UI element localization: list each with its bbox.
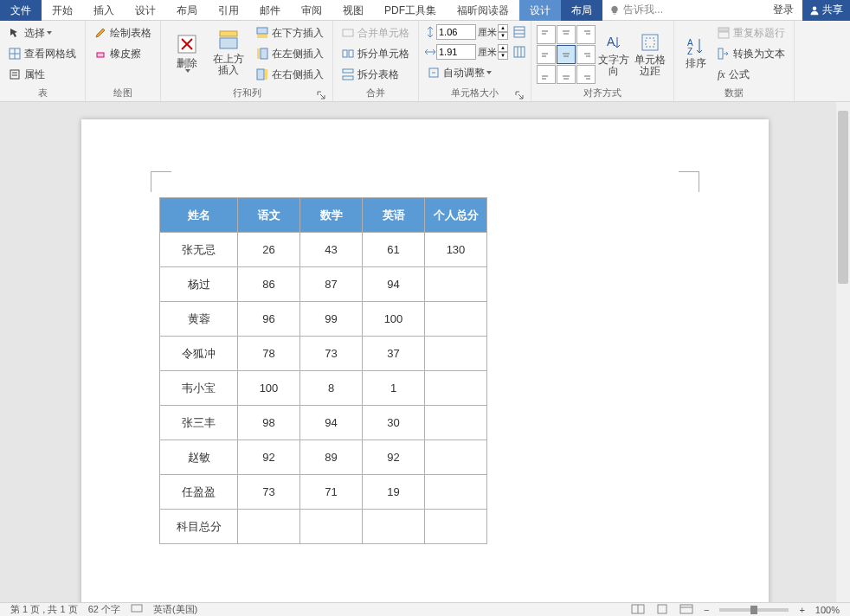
align-tc[interactable]: [557, 25, 576, 44]
document-area[interactable]: 姓名语文数学英语个人总分张无忌264361130杨过868794黄蓉969910…: [0, 102, 850, 602]
tab-table-design[interactable]: 设计: [519, 0, 561, 21]
table-row[interactable]: 杨过868794: [160, 267, 487, 302]
table-header[interactable]: 语文: [238, 198, 300, 233]
table-cell[interactable]: 130: [425, 233, 487, 267]
text-direction-button[interactable]: A 文字方向: [596, 26, 632, 83]
vertical-scrollbar[interactable]: [836, 102, 850, 602]
insert-left-button[interactable]: 在左侧插入: [253, 44, 327, 63]
align-tl[interactable]: [537, 25, 556, 44]
share-button[interactable]: 共享: [802, 0, 850, 21]
table-cell[interactable]: 92: [238, 440, 300, 475]
table-row[interactable]: 张三丰989430: [160, 406, 487, 440]
select-button[interactable]: 选择: [5, 23, 80, 42]
view-print[interactable]: [650, 604, 674, 616]
row-name[interactable]: 赵敏: [160, 440, 238, 475]
tab-file[interactable]: 文件: [0, 0, 42, 21]
zoom-slider[interactable]: [719, 608, 789, 612]
status-language[interactable]: 英语(美国): [148, 603, 203, 616]
table-cell[interactable]: 30: [363, 406, 425, 440]
insert-below-button[interactable]: 在下方插入: [253, 23, 327, 42]
table-cell[interactable]: 78: [238, 337, 300, 371]
table-cell[interactable]: 19: [363, 475, 425, 510]
align-tr[interactable]: [576, 25, 596, 44]
status-words[interactable]: 62 个字: [83, 603, 126, 616]
tab-design[interactable]: 设计: [125, 0, 166, 21]
tab-view[interactable]: 视图: [332, 0, 374, 21]
row-name[interactable]: 张无忌: [160, 233, 238, 267]
eraser-button[interactable]: 橡皮擦: [91, 44, 155, 63]
table-cell[interactable]: [425, 475, 487, 510]
zoom-level[interactable]: 100%: [810, 605, 845, 615]
table-cell[interactable]: 1: [363, 371, 425, 406]
table-row[interactable]: 黄蓉9699100: [160, 302, 487, 337]
data-table[interactable]: 姓名语文数学英语个人总分张无忌264361130杨过868794黄蓉969910…: [159, 197, 487, 544]
tab-insert[interactable]: 插入: [83, 0, 125, 21]
tab-table-layout[interactable]: 布局: [561, 0, 602, 21]
align-bc[interactable]: [557, 65, 576, 84]
view-gridlines-button[interactable]: 查看网格线: [5, 44, 80, 63]
row-name[interactable]: 张三丰: [160, 406, 238, 440]
view-read[interactable]: [626, 604, 650, 616]
table-row[interactable]: 科目总分: [160, 510, 487, 544]
formula-button[interactable]: fx公式: [714, 65, 789, 84]
table-cell[interactable]: 98: [238, 406, 300, 440]
table-cell[interactable]: [425, 406, 487, 440]
tab-home[interactable]: 开始: [42, 0, 83, 21]
table-cell[interactable]: 43: [300, 233, 363, 267]
table-cell[interactable]: 37: [363, 337, 425, 371]
align-bl[interactable]: [537, 65, 556, 84]
view-web[interactable]: [674, 604, 699, 616]
row-name[interactable]: 令狐冲: [160, 337, 238, 371]
table-cell[interactable]: [425, 510, 487, 544]
insert-right-button[interactable]: 在右侧插入: [253, 65, 327, 84]
table-header[interactable]: 个人总分: [425, 198, 487, 233]
login-button[interactable]: 登录: [764, 3, 802, 17]
table-cell[interactable]: [425, 440, 487, 475]
table-header[interactable]: 姓名: [160, 198, 238, 233]
draw-table-button[interactable]: 绘制表格: [91, 23, 155, 42]
table-cell[interactable]: 73: [300, 337, 363, 371]
convert-text-button[interactable]: 转换为文本: [714, 44, 789, 63]
scrollbar-thumb[interactable]: [838, 111, 848, 284]
row-height-input[interactable]: 厘米▲▼: [436, 23, 508, 41]
table-row[interactable]: 韦小宝10081: [160, 371, 487, 406]
distribute-cols-icon[interactable]: [513, 46, 525, 58]
table-cell[interactable]: 86: [238, 267, 300, 302]
tab-references[interactable]: 引用: [208, 0, 249, 21]
repeat-header-button[interactable]: 重复标题行: [714, 23, 789, 42]
table-header[interactable]: 英语: [363, 198, 425, 233]
tab-mailings[interactable]: 邮件: [249, 0, 291, 21]
zoom-out[interactable]: −: [699, 605, 714, 615]
table-cell[interactable]: [425, 371, 487, 406]
dialog-launcher-icon[interactable]: [317, 91, 325, 99]
delete-button[interactable]: 删除: [166, 23, 208, 80]
table-row[interactable]: 令狐冲787337: [160, 337, 487, 371]
status-spellcheck[interactable]: [126, 604, 148, 616]
table-cell[interactable]: 96: [238, 302, 300, 337]
tab-foxit[interactable]: 福昕阅读器: [447, 0, 519, 21]
cell-margins-button[interactable]: 单元格边距: [632, 26, 668, 83]
row-name[interactable]: 杨过: [160, 267, 238, 302]
table-cell[interactable]: 89: [300, 440, 363, 475]
properties-button[interactable]: 属性: [5, 65, 80, 84]
tab-review[interactable]: 审阅: [291, 0, 332, 21]
table-cell[interactable]: 87: [300, 267, 363, 302]
table-cell[interactable]: 92: [363, 440, 425, 475]
table-cell[interactable]: 8: [300, 371, 363, 406]
table-header[interactable]: 数学: [300, 198, 363, 233]
table-cell[interactable]: [425, 302, 487, 337]
distribute-rows-icon[interactable]: [513, 26, 525, 38]
tab-layout[interactable]: 布局: [166, 0, 208, 21]
tab-pdf[interactable]: PDF工具集: [374, 0, 447, 21]
table-cell[interactable]: 73: [238, 475, 300, 510]
status-page[interactable]: 第 1 页 , 共 1 页: [5, 603, 83, 616]
table-cell[interactable]: [300, 510, 363, 544]
table-cell[interactable]: 94: [300, 406, 363, 440]
table-cell[interactable]: 61: [363, 233, 425, 267]
table-cell[interactable]: 26: [238, 233, 300, 267]
align-ml[interactable]: [537, 45, 556, 64]
table-row[interactable]: 任盈盈737119: [160, 475, 487, 510]
split-cells-button[interactable]: 拆分单元格: [338, 44, 413, 63]
table-row[interactable]: 张无忌264361130: [160, 233, 487, 267]
dialog-launcher-icon[interactable]: [515, 91, 524, 99]
